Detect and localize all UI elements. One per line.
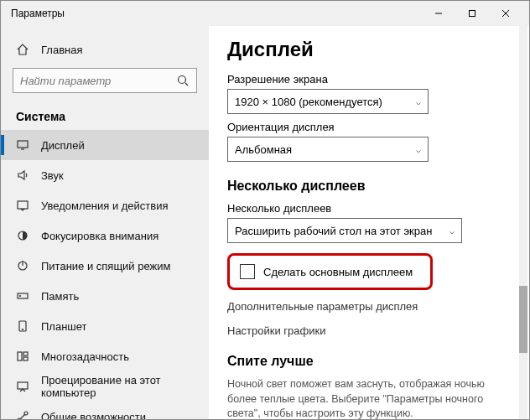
svg-rect-11 <box>18 293 28 298</box>
sidebar-item-notifications[interactable]: Уведомления и действия <box>1 190 209 220</box>
scrollbar-thumb[interactable] <box>519 286 527 353</box>
shared-icon <box>16 410 29 419</box>
projecting-icon <box>16 380 29 393</box>
display-icon <box>16 138 29 152</box>
sidebar-item-storage[interactable]: Память <box>1 281 209 311</box>
svg-rect-15 <box>18 352 22 360</box>
sleep-heading: Спите лучше <box>227 354 529 369</box>
home-link[interactable]: Главная <box>1 34 209 65</box>
content-pane: Дисплей Разрешение экрана 1920 × 1080 (р… <box>209 26 529 419</box>
titlebar: Параметры <box>1 1 529 26</box>
tablet-icon <box>16 319 29 333</box>
minimize-button[interactable] <box>422 1 455 26</box>
sidebar: Главная Система Дисплей Звук Уведомления… <box>1 26 209 419</box>
svg-point-20 <box>24 412 28 415</box>
focus-icon <box>16 229 29 242</box>
svg-rect-8 <box>18 201 28 209</box>
page-title: Дисплей <box>227 38 529 61</box>
sidebar-item-label: Звук <box>41 169 64 182</box>
sidebar-item-label: Дисплей <box>41 139 85 152</box>
window-controls <box>422 1 522 26</box>
sidebar-item-label: Многозадачность <box>41 350 129 363</box>
make-primary-checkbox[interactable]: Сделать основным дисплеем <box>231 257 429 286</box>
checkbox-box <box>240 264 255 279</box>
scrollbar[interactable] <box>519 26 527 419</box>
multi-heading: Несколько дисплеев <box>227 179 529 194</box>
sidebar-item-label: Питание и спящий режим <box>41 260 170 272</box>
svg-line-21 <box>21 415 25 419</box>
resolution-dropdown[interactable]: 1920 × 1080 (рекомендуется) ⌵ <box>227 89 429 114</box>
sidebar-item-display[interactable]: Дисплей <box>1 130 209 160</box>
sleep-description: Ночной свет поможет вам заснуть, отображ… <box>227 377 512 419</box>
notifications-icon <box>16 199 29 212</box>
svg-rect-17 <box>23 357 28 360</box>
sound-icon <box>16 169 29 182</box>
advanced-display-link[interactable]: Дополнительные параметры дисплея <box>227 300 529 313</box>
search-input[interactable] <box>20 75 176 87</box>
svg-rect-18 <box>18 382 28 389</box>
chevron-down-icon: ⌵ <box>449 226 455 236</box>
sidebar-item-multitasking[interactable]: Многозадачность <box>1 341 209 371</box>
sidebar-section: Система <box>1 101 209 130</box>
window-title: Параметры <box>11 8 422 19</box>
maximize-button[interactable] <box>455 1 489 26</box>
close-button[interactable] <box>489 1 522 26</box>
make-primary-label: Сделать основным дисплеем <box>263 266 413 278</box>
home-label: Главная <box>41 44 82 56</box>
chevron-down-icon: ⌵ <box>416 145 421 154</box>
multi-value: Расширить рабочий стол на этот экран <box>235 225 432 237</box>
svg-rect-1 <box>470 11 475 17</box>
home-icon <box>16 43 29 56</box>
svg-point-4 <box>179 76 186 84</box>
sidebar-item-label: Память <box>41 290 79 303</box>
multitasking-icon <box>16 350 29 363</box>
sidebar-item-shared[interactable]: Общие возможности <box>1 402 209 419</box>
sidebar-item-projecting[interactable]: Проецирование на этот компьютер <box>1 371 209 402</box>
main-area: Главная Система Дисплей Звук Уведомления… <box>1 26 529 419</box>
multi-label: Несколько дисплеев <box>227 202 529 215</box>
sidebar-item-tablet[interactable]: Планшет <box>1 311 209 341</box>
svg-rect-16 <box>23 352 28 355</box>
sidebar-item-label: Планшет <box>41 320 87 333</box>
power-icon <box>16 259 29 272</box>
svg-rect-6 <box>18 141 28 148</box>
sidebar-item-sound[interactable]: Звук <box>1 160 209 190</box>
highlight-annotation: Сделать основным дисплеем <box>227 253 433 290</box>
graphics-settings-link[interactable]: Настройки графики <box>227 324 529 337</box>
search-box[interactable] <box>13 68 197 93</box>
svg-point-14 <box>23 329 23 330</box>
sidebar-item-label: Уведомления и действия <box>41 200 169 212</box>
svg-point-12 <box>20 296 21 297</box>
sidebar-item-label: Проецирование на этот компьютер <box>41 374 197 399</box>
search-icon <box>176 74 190 87</box>
chevron-down-icon: ⌵ <box>416 97 421 106</box>
sidebar-item-focus[interactable]: Фокусировка внимания <box>1 220 209 251</box>
sidebar-item-label: Фокусировка внимания <box>41 230 158 242</box>
orientation-label: Ориентация дисплея <box>227 121 529 133</box>
resolution-value: 1920 × 1080 (рекомендуется) <box>235 96 382 108</box>
storage-icon <box>16 289 29 303</box>
sidebar-item-power[interactable]: Питание и спящий режим <box>1 251 209 281</box>
multi-dropdown[interactable]: Расширить рабочий стол на этот экран ⌵ <box>227 218 462 243</box>
orientation-value: Альбомная <box>235 143 292 156</box>
sidebar-item-label: Общие возможности <box>41 411 146 420</box>
svg-line-5 <box>185 83 188 86</box>
orientation-dropdown[interactable]: Альбомная ⌵ <box>227 137 429 162</box>
resolution-label: Разрешение экрана <box>227 73 529 86</box>
